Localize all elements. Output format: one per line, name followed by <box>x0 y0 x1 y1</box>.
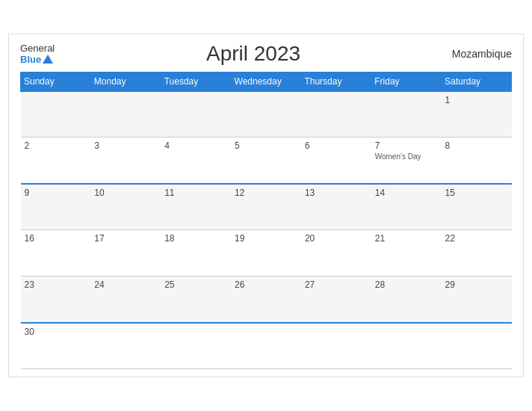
calendar-header-row: SundayMondayTuesdayWednesdayThursdayFrid… <box>21 72 512 91</box>
calendar-day-cell: 30 <box>21 323 91 369</box>
calendar-day-cell: 18 <box>161 230 231 276</box>
calendar-day-cell: 29 <box>442 276 512 323</box>
calendar-week-row: 23242526272829 <box>21 276 512 323</box>
calendar-day-cell <box>301 91 371 137</box>
day-number: 6 <box>305 140 368 151</box>
calendar-day-cell: 8 <box>442 137 512 184</box>
weekday-header: Friday <box>371 72 442 91</box>
logo-triangle-icon <box>43 55 53 64</box>
day-number: 30 <box>25 327 87 337</box>
calendar-week-row: 9101112131415 <box>21 184 512 230</box>
calendar-day-cell <box>371 323 442 369</box>
calendar-day-cell <box>21 91 91 137</box>
calendar-day-cell: 2 <box>21 137 91 184</box>
calendar-day-cell: 12 <box>231 184 301 230</box>
calendar-day-cell: 25 <box>161 276 231 323</box>
day-event: Women's Day <box>375 152 438 161</box>
calendar-day-cell: 1 <box>442 91 512 137</box>
calendar-day-cell: 13 <box>301 184 371 230</box>
day-number: 2 <box>25 140 87 151</box>
day-number: 29 <box>445 279 508 290</box>
calendar-week-row: 1 <box>21 91 512 137</box>
day-number: 18 <box>164 233 227 244</box>
day-number: 13 <box>305 188 368 198</box>
calendar-week-row: 30 <box>21 323 512 369</box>
weekday-header: Saturday <box>442 72 512 91</box>
day-number: 12 <box>235 188 297 198</box>
logo-general-text: General <box>20 43 55 54</box>
day-number: 24 <box>94 279 157 290</box>
calendar-day-cell <box>442 323 512 369</box>
weekday-header: Thursday <box>301 72 371 91</box>
calendar-day-cell: 28 <box>371 276 442 323</box>
day-number: 7 <box>375 140 438 151</box>
calendar-week-row: 16171819202122 <box>21 230 512 276</box>
day-number: 4 <box>164 140 227 151</box>
calendar-container: General Blue April 2023 Mozambique Sunda… <box>8 34 524 378</box>
calendar-day-cell <box>231 91 301 137</box>
calendar-day-cell <box>301 323 371 369</box>
logo-blue-text: Blue <box>20 54 53 65</box>
calendar-day-cell: 9 <box>21 184 91 230</box>
calendar-day-cell: 26 <box>231 276 301 323</box>
calendar-day-cell: 4 <box>161 137 231 184</box>
calendar-day-cell: 22 <box>442 230 512 276</box>
calendar-day-cell: 16 <box>21 230 91 276</box>
day-number: 5 <box>235 140 297 151</box>
day-number: 10 <box>94 188 157 198</box>
calendar-day-cell <box>161 91 231 137</box>
calendar-day-cell: 14 <box>371 184 442 230</box>
weekday-header: Sunday <box>21 72 91 91</box>
calendar-day-cell: 7Women's Day <box>371 137 442 184</box>
day-number: 3 <box>94 140 157 151</box>
calendar-day-cell: 3 <box>90 137 161 184</box>
calendar-day-cell <box>90 323 161 369</box>
calendar-day-cell: 6 <box>301 137 371 184</box>
day-number: 1 <box>445 95 508 105</box>
weekday-header: Tuesday <box>161 72 231 91</box>
calendar-day-cell: 23 <box>21 276 91 323</box>
day-number: 11 <box>164 188 227 198</box>
day-number: 23 <box>25 279 87 290</box>
day-number: 21 <box>375 233 438 244</box>
calendar-day-cell: 11 <box>161 184 231 230</box>
calendar-day-cell <box>90 91 161 137</box>
calendar-week-row: 234567Women's Day8 <box>21 137 512 184</box>
day-number: 28 <box>375 279 438 290</box>
calendar-header: General Blue April 2023 Mozambique <box>20 42 512 66</box>
day-number: 8 <box>445 140 508 151</box>
day-number: 25 <box>164 279 227 290</box>
calendar-day-cell: 27 <box>301 276 371 323</box>
calendar-day-cell: 20 <box>301 230 371 276</box>
calendar-day-cell: 24 <box>90 276 161 323</box>
day-number: 19 <box>235 233 297 244</box>
calendar-day-cell <box>231 323 301 369</box>
country-label: Mozambique <box>452 48 512 60</box>
day-number: 20 <box>305 233 368 244</box>
day-number: 22 <box>445 233 508 244</box>
day-number: 16 <box>25 233 87 244</box>
day-number: 27 <box>305 279 368 290</box>
day-number: 9 <box>25 188 87 198</box>
calendar-day-cell <box>371 91 442 137</box>
day-number: 15 <box>445 188 508 198</box>
calendar-title: April 2023 <box>206 42 300 66</box>
day-number: 26 <box>235 279 297 290</box>
calendar-day-cell: 17 <box>90 230 161 276</box>
calendar-body: 1234567Women's Day8910111213141516171819… <box>21 91 512 369</box>
weekday-header: Monday <box>90 72 161 91</box>
calendar-day-cell: 15 <box>442 184 512 230</box>
weekday-header: Wednesday <box>231 72 301 91</box>
calendar-day-cell: 19 <box>231 230 301 276</box>
calendar-table: SundayMondayTuesdayWednesdayThursdayFrid… <box>20 72 512 370</box>
calendar-day-cell: 10 <box>90 184 161 230</box>
calendar-day-cell <box>161 323 231 369</box>
day-number: 14 <box>375 188 438 198</box>
day-number: 17 <box>94 233 157 244</box>
calendar-day-cell: 21 <box>371 230 442 276</box>
calendar-day-cell: 5 <box>231 137 301 184</box>
logo: General Blue <box>20 43 55 65</box>
